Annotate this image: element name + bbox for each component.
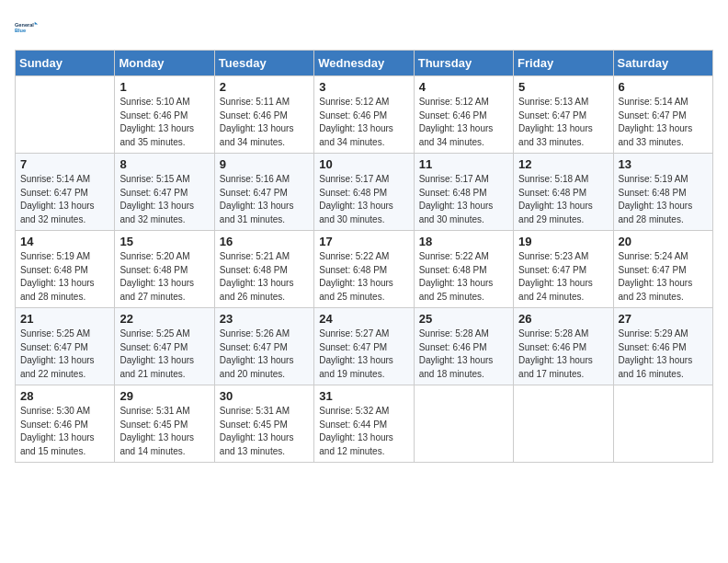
day-cell: 7Sunrise: 5:14 AM Sunset: 6:47 PM Daylig… [16, 154, 115, 231]
day-cell: 19Sunrise: 5:23 AM Sunset: 6:47 PM Dayli… [514, 231, 613, 308]
day-info: Sunrise: 5:28 AM Sunset: 6:46 PM Dayligh… [518, 327, 608, 381]
day-cell: 18Sunrise: 5:22 AM Sunset: 6:48 PM Dayli… [414, 231, 513, 308]
header-cell-wednesday: Wednesday [314, 51, 414, 76]
day-number: 26 [518, 312, 608, 326]
day-number: 7 [20, 157, 109, 171]
day-number: 19 [518, 235, 608, 248]
day-number: 20 [619, 235, 708, 248]
logo: GeneralBlue [15, 15, 40, 40]
svg-text:Blue: Blue [15, 28, 26, 33]
day-number: 21 [20, 312, 109, 326]
day-cell: 1Sunrise: 5:10 AM Sunset: 6:46 PM Daylig… [115, 76, 214, 154]
day-cell: 16Sunrise: 5:21 AM Sunset: 6:48 PM Dayli… [214, 231, 313, 308]
day-cell: 3Sunrise: 5:12 AM Sunset: 6:46 PM Daylig… [314, 76, 414, 154]
day-info: Sunrise: 5:29 AM Sunset: 6:46 PM Dayligh… [619, 327, 708, 381]
day-info: Sunrise: 5:26 AM Sunset: 6:47 PM Dayligh… [220, 327, 309, 381]
day-info: Sunrise: 5:16 AM Sunset: 6:47 PM Dayligh… [220, 173, 309, 226]
day-number: 2 [220, 80, 309, 94]
calendar-table: SundayMondayTuesdayWednesdayThursdayFrid… [15, 50, 713, 463]
day-number: 12 [518, 157, 608, 171]
week-row: 14Sunrise: 5:19 AM Sunset: 6:48 PM Dayli… [16, 231, 713, 308]
day-info: Sunrise: 5:17 AM Sunset: 6:48 PM Dayligh… [319, 173, 408, 226]
header-cell-saturday: Saturday [613, 51, 712, 76]
header-cell-thursday: Thursday [414, 51, 513, 76]
day-number: 31 [319, 389, 408, 403]
day-number: 25 [419, 312, 508, 326]
header-cell-tuesday: Tuesday [214, 51, 313, 76]
day-cell: 6Sunrise: 5:14 AM Sunset: 6:47 PM Daylig… [613, 76, 712, 154]
day-number: 30 [220, 389, 309, 403]
day-cell [414, 385, 513, 463]
svg-marker-1 [35, 22, 39, 25]
header-cell-monday: Monday [115, 51, 214, 76]
day-cell: 15Sunrise: 5:20 AM Sunset: 6:48 PM Dayli… [115, 231, 214, 308]
day-cell [514, 385, 613, 463]
day-cell: 23Sunrise: 5:26 AM Sunset: 6:47 PM Dayli… [214, 308, 313, 385]
day-cell: 2Sunrise: 5:11 AM Sunset: 6:46 PM Daylig… [214, 76, 313, 154]
day-number: 9 [220, 157, 309, 171]
day-cell: 11Sunrise: 5:17 AM Sunset: 6:48 PM Dayli… [414, 154, 513, 231]
day-cell: 22Sunrise: 5:25 AM Sunset: 6:47 PM Dayli… [115, 308, 214, 385]
day-info: Sunrise: 5:32 AM Sunset: 6:44 PM Dayligh… [319, 405, 408, 458]
day-cell: 31Sunrise: 5:32 AM Sunset: 6:44 PM Dayli… [314, 385, 414, 463]
day-number: 23 [220, 312, 309, 326]
week-row: 7Sunrise: 5:14 AM Sunset: 6:47 PM Daylig… [16, 154, 713, 231]
day-cell: 5Sunrise: 5:13 AM Sunset: 6:47 PM Daylig… [514, 76, 613, 154]
day-info: Sunrise: 5:31 AM Sunset: 6:45 PM Dayligh… [220, 405, 309, 458]
day-info: Sunrise: 5:19 AM Sunset: 6:48 PM Dayligh… [20, 250, 109, 304]
day-number: 28 [20, 389, 109, 403]
day-info: Sunrise: 5:25 AM Sunset: 6:47 PM Dayligh… [119, 327, 209, 381]
day-cell: 21Sunrise: 5:25 AM Sunset: 6:47 PM Dayli… [16, 308, 115, 385]
day-number: 15 [119, 235, 209, 248]
day-number: 11 [419, 157, 508, 171]
week-row: 1Sunrise: 5:10 AM Sunset: 6:46 PM Daylig… [16, 76, 713, 154]
day-info: Sunrise: 5:14 AM Sunset: 6:47 PM Dayligh… [619, 96, 708, 149]
week-row: 21Sunrise: 5:25 AM Sunset: 6:47 PM Dayli… [16, 308, 713, 385]
day-info: Sunrise: 5:12 AM Sunset: 6:46 PM Dayligh… [419, 96, 508, 149]
day-info: Sunrise: 5:18 AM Sunset: 6:48 PM Dayligh… [518, 173, 608, 226]
svg-text:General: General [15, 22, 34, 28]
day-cell: 8Sunrise: 5:15 AM Sunset: 6:47 PM Daylig… [115, 154, 214, 231]
day-info: Sunrise: 5:15 AM Sunset: 6:47 PM Dayligh… [119, 173, 209, 226]
day-number: 13 [619, 157, 708, 171]
day-cell: 28Sunrise: 5:30 AM Sunset: 6:46 PM Dayli… [16, 385, 115, 463]
day-cell: 17Sunrise: 5:22 AM Sunset: 6:48 PM Dayli… [314, 231, 414, 308]
logo-icon: GeneralBlue [15, 15, 40, 40]
day-number: 4 [419, 80, 508, 94]
header-cell-sunday: Sunday [16, 51, 115, 76]
day-info: Sunrise: 5:28 AM Sunset: 6:46 PM Dayligh… [419, 327, 508, 381]
day-number: 8 [119, 157, 209, 171]
day-number: 27 [619, 312, 708, 326]
day-info: Sunrise: 5:24 AM Sunset: 6:47 PM Dayligh… [619, 250, 708, 304]
day-number: 16 [220, 235, 309, 248]
day-cell: 9Sunrise: 5:16 AM Sunset: 6:47 PM Daylig… [214, 154, 313, 231]
day-cell: 4Sunrise: 5:12 AM Sunset: 6:46 PM Daylig… [414, 76, 513, 154]
day-cell: 30Sunrise: 5:31 AM Sunset: 6:45 PM Dayli… [214, 385, 313, 463]
day-info: Sunrise: 5:13 AM Sunset: 6:47 PM Dayligh… [518, 96, 608, 149]
day-cell: 13Sunrise: 5:19 AM Sunset: 6:48 PM Dayli… [613, 154, 712, 231]
day-info: Sunrise: 5:20 AM Sunset: 6:48 PM Dayligh… [119, 250, 209, 304]
day-info: Sunrise: 5:14 AM Sunset: 6:47 PM Dayligh… [20, 173, 109, 226]
day-cell [613, 385, 712, 463]
day-cell: 10Sunrise: 5:17 AM Sunset: 6:48 PM Dayli… [314, 154, 414, 231]
day-cell: 27Sunrise: 5:29 AM Sunset: 6:46 PM Dayli… [613, 308, 712, 385]
day-info: Sunrise: 5:11 AM Sunset: 6:46 PM Dayligh… [220, 96, 309, 149]
day-number: 14 [20, 235, 109, 248]
week-row: 28Sunrise: 5:30 AM Sunset: 6:46 PM Dayli… [16, 385, 713, 463]
day-number: 5 [518, 80, 608, 94]
day-info: Sunrise: 5:19 AM Sunset: 6:48 PM Dayligh… [619, 173, 708, 226]
header-row: SundayMondayTuesdayWednesdayThursdayFrid… [16, 51, 713, 76]
day-cell: 29Sunrise: 5:31 AM Sunset: 6:45 PM Dayli… [115, 385, 214, 463]
day-number: 3 [319, 80, 408, 94]
day-cell: 26Sunrise: 5:28 AM Sunset: 6:46 PM Dayli… [514, 308, 613, 385]
day-info: Sunrise: 5:23 AM Sunset: 6:47 PM Dayligh… [518, 250, 608, 304]
day-info: Sunrise: 5:10 AM Sunset: 6:46 PM Dayligh… [119, 96, 209, 149]
day-number: 22 [119, 312, 209, 326]
day-info: Sunrise: 5:25 AM Sunset: 6:47 PM Dayligh… [20, 327, 109, 381]
day-number: 6 [619, 80, 708, 94]
day-cell: 25Sunrise: 5:28 AM Sunset: 6:46 PM Dayli… [414, 308, 513, 385]
day-number: 1 [119, 80, 209, 94]
header-cell-friday: Friday [514, 51, 613, 76]
day-info: Sunrise: 5:22 AM Sunset: 6:48 PM Dayligh… [319, 250, 408, 304]
day-cell: 24Sunrise: 5:27 AM Sunset: 6:47 PM Dayli… [314, 308, 414, 385]
